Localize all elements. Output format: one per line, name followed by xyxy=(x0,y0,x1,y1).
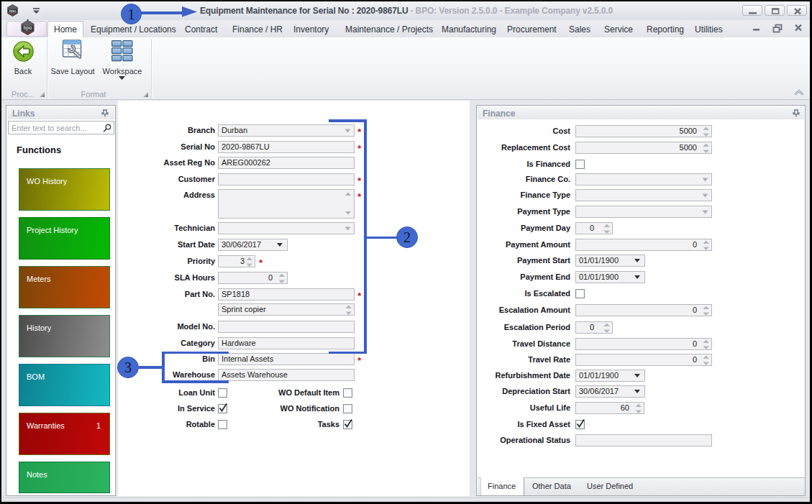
svg-text:bpo: bpo xyxy=(9,9,16,13)
svg-text:bpo: bpo xyxy=(24,25,32,31)
